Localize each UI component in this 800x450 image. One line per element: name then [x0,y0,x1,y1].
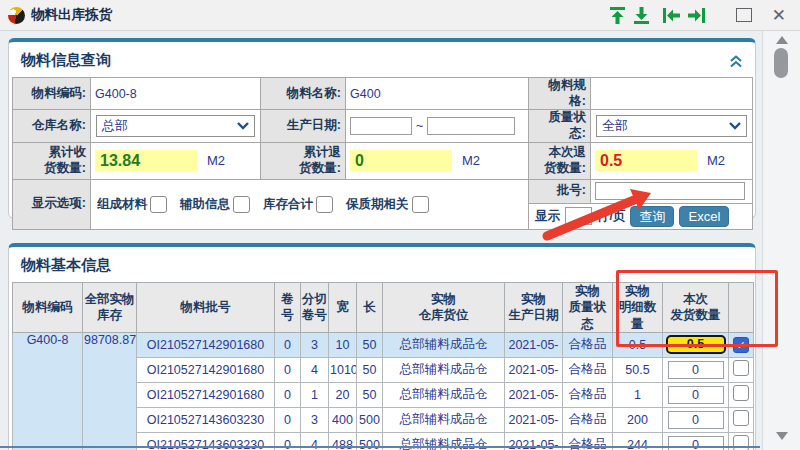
ship-qty-input[interactable]: 0 [668,361,724,379]
column-header-3: 卷号 [275,283,301,333]
total-stock-cell: 98708.87 [83,332,137,450]
total-returned-unit: M2 [462,153,480,168]
warehouse-select[interactable]: 总部 [96,115,255,137]
cell-detail-qty: 200 [613,407,663,432]
display-options-group: 组成材料 辅助信息 库存合计 保质期相关 [95,196,524,213]
column-header-0: 物料编码 [13,283,83,333]
production-date-to-input[interactable] [427,117,515,135]
column-header-7: 实物 仓库货位 [383,283,505,333]
column-header-1: 全部实物 库存 [83,283,137,333]
excel-button[interactable]: Excel [679,206,729,227]
option-checkbox-composition[interactable] [150,196,167,213]
app-sphere-icon [8,7,25,24]
expand-right-icon[interactable] [686,6,706,25]
cell-width: 20 [329,382,357,407]
cell-batch: OI210527142901680 [137,332,275,357]
option-checkbox-auxiliary[interactable] [233,196,250,213]
cell-ship-qty: 0 [663,357,729,382]
cell-slit-roll-no: 3 [301,407,329,432]
cell-production-date: 2021-05- [505,332,563,357]
cell-quality-status: 合格品 [563,382,613,407]
cell-select [729,407,754,432]
option-label-auxiliary: 辅助信息 [180,196,230,213]
current-return-unit: M2 [707,153,725,168]
current-return-value: 0.5 [595,150,697,171]
collapse-left-icon[interactable] [662,6,682,25]
cell-length: 500 [357,407,383,432]
titlebar-controls: ✕ [608,6,800,25]
material-code-cell: G400-8 [13,332,83,450]
material-name-field[interactable]: G400 [346,78,529,110]
row-checkbox[interactable] [733,410,749,426]
cell-roll-no: 0 [275,332,301,357]
cell-batch: OI210527142901680 [137,382,275,407]
column-header-6: 长 [357,283,383,333]
cell-select [729,382,754,407]
cell-slit-roll-no: 4 [301,357,329,382]
scrollbar-up-icon[interactable] [776,36,788,44]
cell-slit-roll-no: 3 [301,332,329,357]
quality-status-label: 质量状态: [529,110,591,142]
cell-width: 400 [329,407,357,432]
total-returned-label: 累计退 货数量: [261,142,346,179]
cell-ship-qty: 0 [663,407,729,432]
scroll-top-icon[interactable] [608,6,628,25]
production-date-label: 生产日期: [261,110,346,142]
cell-length: 50 [357,332,383,357]
option-checkbox-shelf-life[interactable] [412,196,429,213]
cell-roll-no: 0 [275,407,301,432]
close-button[interactable]: ✕ [772,7,786,24]
quality-status-select[interactable]: 全部 [596,115,747,137]
row-checkbox[interactable] [733,360,749,376]
cell-warehouse-location: 总部辅料成品仓 [383,407,505,432]
column-header-2: 物料批号 [137,283,275,333]
panel-collapse-button[interactable] [729,54,743,72]
cell-batch: OI210527142901680 [137,357,275,382]
current-return-label: 本次退 货数量: [529,142,591,179]
total-returned-value: 0 [350,150,452,171]
cell-ship-qty: 0 [663,382,729,407]
material-table-body: G400-898708.87OI210527142901680031050总部辅… [13,332,754,450]
cell-width: 1010 [329,357,357,382]
material-spec-label: 物料规格: [529,78,591,110]
scrollbar-thumb[interactable] [774,48,788,78]
option-checkbox-stock-total[interactable] [316,196,333,213]
query-panel-title: 物料信息查询 [9,42,755,77]
scroll-bottom-icon[interactable] [632,6,652,25]
batch-no-input[interactable] [595,182,745,200]
cell-production-date: 2021-05- [505,357,563,382]
maximize-button[interactable] [736,8,752,22]
cell-quality-status: 合格品 [563,357,613,382]
next-section-border [0,446,760,448]
cell-slit-roll-no: 1 [301,382,329,407]
chevron-down-icon [237,122,249,130]
page-size-suffix: 行/页 [597,208,625,225]
page-size-input[interactable] [565,207,592,225]
ship-qty-input[interactable]: 0 [668,411,724,429]
query-form: 物料编码: G400-8 物料名称: G400 物料规格: 仓库名称: 总部 生… [12,77,753,230]
scrollbar-down-icon[interactable] [776,432,788,440]
material-name-label: 物料名称: [261,78,346,110]
batch-no-label: 批号: [529,179,591,203]
annotation-rectangle [616,270,778,347]
cell-quality-status: 合格品 [563,407,613,432]
ship-qty-input[interactable]: 0 [668,386,724,404]
column-header-9: 实物 质量状态 [563,283,613,333]
material-code-field[interactable]: G400-8 [91,78,261,110]
production-date-from-input[interactable] [350,117,412,135]
column-header-4: 分切 卷号 [301,283,329,333]
cell-production-date: 2021-05- [505,407,563,432]
cell-batch: OI210527143603230 [137,407,275,432]
vertical-scrollbar-track[interactable] [762,30,800,450]
material-spec-field[interactable] [591,78,753,110]
query-button[interactable]: 查询 [630,206,674,227]
window-titlebar: 物料出库拣货 ✕ [0,0,800,31]
cell-detail-qty: 50.5 [613,357,663,382]
display-options-label: 显示选项: [13,179,91,229]
column-header-5: 宽 [329,283,357,333]
row-checkbox[interactable] [733,385,749,401]
window-title: 物料出库拣货 [31,6,112,24]
column-header-8: 实物 生产日期 [505,283,563,333]
page-size-prefix: 显示 [535,208,560,225]
cell-detail-qty: 1 [613,382,663,407]
